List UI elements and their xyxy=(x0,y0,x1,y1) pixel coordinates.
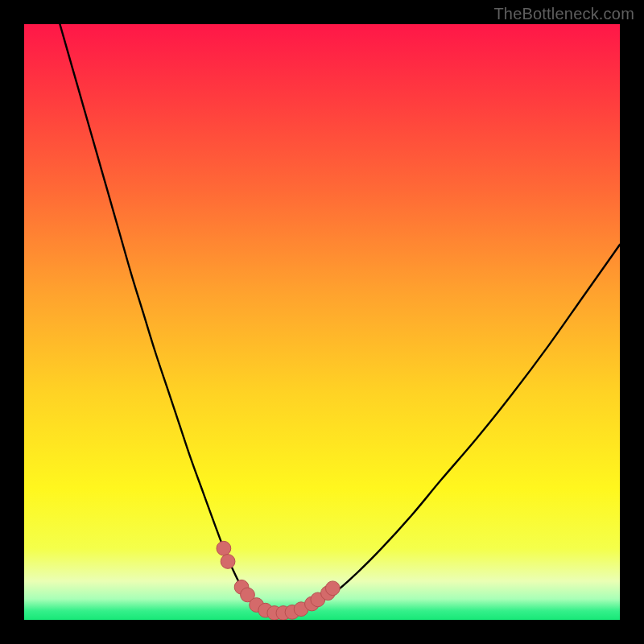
chart-stage: TheBottleneck.com xyxy=(0,0,644,644)
watermark-text: TheBottleneck.com xyxy=(493,5,634,23)
curve-marker xyxy=(325,581,340,596)
curve-markers xyxy=(24,24,620,620)
plot-area xyxy=(24,24,620,620)
curve-marker xyxy=(217,541,231,555)
curve-marker xyxy=(221,555,235,569)
